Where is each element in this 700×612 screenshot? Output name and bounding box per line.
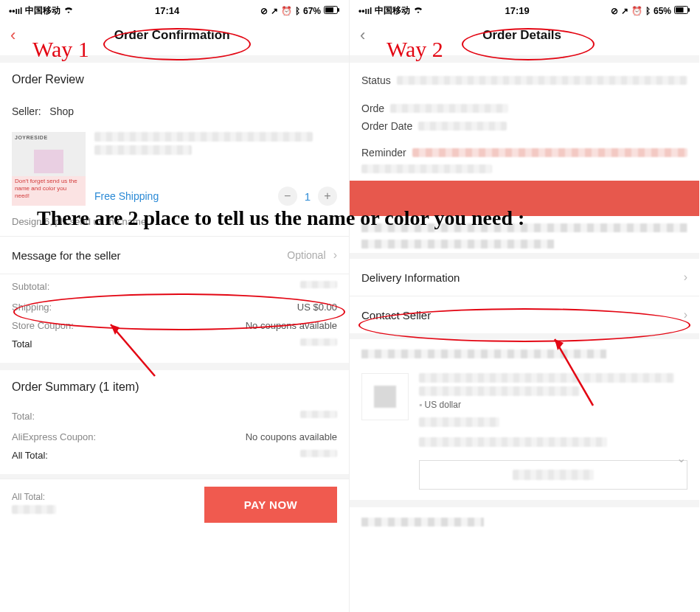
svg-rect-1 xyxy=(325,7,333,13)
clock: 17:14 xyxy=(155,5,179,16)
screen-order-details: ••ııl 中国移动 17:19 ⊘ ↗ ⏰ ᛒ 65% ‹ Order Det… xyxy=(350,0,699,612)
chevron-right-icon: › xyxy=(684,308,687,321)
redacted-line xyxy=(94,145,192,155)
signal-icon: ••ııl xyxy=(9,6,22,16)
order-summary-title: Order Summary (1 item) xyxy=(12,380,337,394)
bluetooth-icon: ᛒ xyxy=(645,6,651,16)
ali-coupon-label: AliExpress Coupon: xyxy=(12,431,96,442)
paybar-all-total-label: All Total: xyxy=(12,492,194,502)
location-icon: ↗ xyxy=(271,6,278,16)
svg-rect-4 xyxy=(676,7,684,13)
price-breakdown: Subtotal: Shipping:US $0.00 Store Coupon… xyxy=(0,274,349,363)
redacted-line xyxy=(418,122,507,131)
order-id-label: Orde xyxy=(361,102,384,114)
action-box[interactable] xyxy=(419,460,687,490)
redacted-line xyxy=(361,350,606,358)
order-review-section: Order Review xyxy=(0,63,349,97)
signal-icon: ••ııl xyxy=(358,6,372,16)
battery-pct: 67% xyxy=(303,6,321,16)
qty-plus-button[interactable]: + xyxy=(318,187,337,206)
currency-note: ▪ US dollar xyxy=(419,400,687,410)
total-label: Total xyxy=(12,338,32,352)
orientation-lock-icon: ⊘ xyxy=(260,6,268,16)
redacted-line xyxy=(12,505,56,514)
seller-label: Seller: xyxy=(12,105,41,117)
seller-name: Shop xyxy=(49,105,74,117)
seller-row: Seller: Shop xyxy=(0,97,349,126)
redacted-line xyxy=(361,223,687,232)
redacted-line xyxy=(361,240,554,248)
quantity-stepper[interactable]: − 1 + xyxy=(278,187,337,206)
delivery-info-row[interactable]: Delivery Information › xyxy=(350,259,699,296)
redacted-line xyxy=(300,411,337,418)
product-row[interactable]: JOYRESIDE Don't forget send us the name … xyxy=(0,126,349,212)
variant-note: Design 6, pls send us the name xyxy=(0,212,349,236)
svg-rect-2 xyxy=(338,8,339,12)
status-bar: ••ııl 中国移动 17:19 ⊘ ↗ ⏰ ᛒ 65% xyxy=(350,0,699,18)
subtotal-label: Subtotal: xyxy=(12,281,49,294)
store-coupon-label: Store Coupon: xyxy=(12,320,74,331)
redacted-line xyxy=(361,164,492,173)
store-coupon-value[interactable]: No coupons available xyxy=(246,320,337,331)
thumb-warning: Don't forget send us the name and color … xyxy=(12,176,86,206)
order-date-label: Order Date xyxy=(361,120,412,132)
annotation-way2: Way 2 xyxy=(387,37,443,62)
reminder-label: Reminder xyxy=(361,147,406,159)
qty-value: 1 xyxy=(305,190,311,203)
battery-icon xyxy=(324,6,340,16)
redacted-line xyxy=(419,437,607,447)
shipping-label: Shipping: xyxy=(12,302,52,313)
order-summary-section: Order Summary (1 item) xyxy=(0,370,349,404)
message-seller-label: Message for the seller xyxy=(12,249,121,262)
wifi-icon xyxy=(63,6,74,16)
contact-seller-row[interactable]: Contact Seller › xyxy=(350,296,699,333)
location-icon: ↗ xyxy=(621,6,628,16)
message-seller-hint: Optional xyxy=(287,249,325,261)
battery-pct: 65% xyxy=(654,6,671,16)
redacted-line xyxy=(361,518,484,526)
qty-minus-button[interactable]: − xyxy=(278,187,297,206)
redacted-line xyxy=(390,104,508,113)
alert-banner xyxy=(350,181,699,216)
redacted-line xyxy=(419,386,580,396)
redacted-line xyxy=(419,373,674,383)
redacted-line xyxy=(513,470,594,480)
order-item-card[interactable]: ▪ US dollar ⌄ xyxy=(350,363,699,500)
pay-bar: All Total: PAY NOW xyxy=(0,479,349,530)
bluetooth-icon: ᛒ xyxy=(295,6,300,16)
thumb-image xyxy=(34,150,63,173)
orientation-lock-icon: ⊘ xyxy=(611,6,618,16)
redacted-line xyxy=(412,148,687,157)
redacted-line xyxy=(94,132,313,142)
ali-coupon-value[interactable]: No coupons available xyxy=(246,431,337,442)
summary-total-label: Total: xyxy=(12,411,35,424)
item-thumbnail xyxy=(361,373,409,420)
redacted-line xyxy=(419,417,499,427)
alarm-icon: ⏰ xyxy=(281,6,292,16)
alarm-icon: ⏰ xyxy=(631,6,642,16)
redacted-line xyxy=(397,76,687,85)
carrier-label: 中国移动 xyxy=(375,4,410,17)
wifi-icon xyxy=(413,6,423,16)
clock: 17:19 xyxy=(505,5,530,16)
status-bar: ••ııl 中国移动 17:14 ⊘ ↗ ⏰ ᛒ 67% xyxy=(0,0,349,18)
svg-rect-5 xyxy=(688,8,690,12)
annotation-way1: Way 1 xyxy=(32,37,89,62)
order-meta: Status Orde Order Date Reminder xyxy=(350,63,699,173)
chevron-down-icon[interactable]: ⌄ xyxy=(676,451,686,465)
all-total-label: All Total: xyxy=(12,450,48,463)
status-label: Status xyxy=(361,74,391,86)
screen-order-confirmation: ••ııl 中国移动 17:14 ⊘ ↗ ⏰ ᛒ 67% ‹ Order Con… xyxy=(0,0,350,612)
contact-seller-label: Contact Seller xyxy=(361,309,431,321)
thumb-brand: JOYRESIDE xyxy=(15,135,48,140)
chevron-right-icon: › xyxy=(684,271,687,284)
delivery-info-label: Delivery Information xyxy=(361,271,460,284)
chevron-right-icon: › xyxy=(333,248,337,261)
pay-now-button[interactable]: PAY NOW xyxy=(204,487,337,523)
redacted-line xyxy=(300,281,337,288)
order-review-title: Order Review xyxy=(12,73,337,86)
message-seller-row[interactable]: Message for the seller Optional › xyxy=(0,237,349,274)
redacted-line xyxy=(300,450,337,457)
product-thumbnail[interactable]: JOYRESIDE Don't forget send us the name … xyxy=(12,132,86,206)
battery-icon xyxy=(674,6,690,16)
